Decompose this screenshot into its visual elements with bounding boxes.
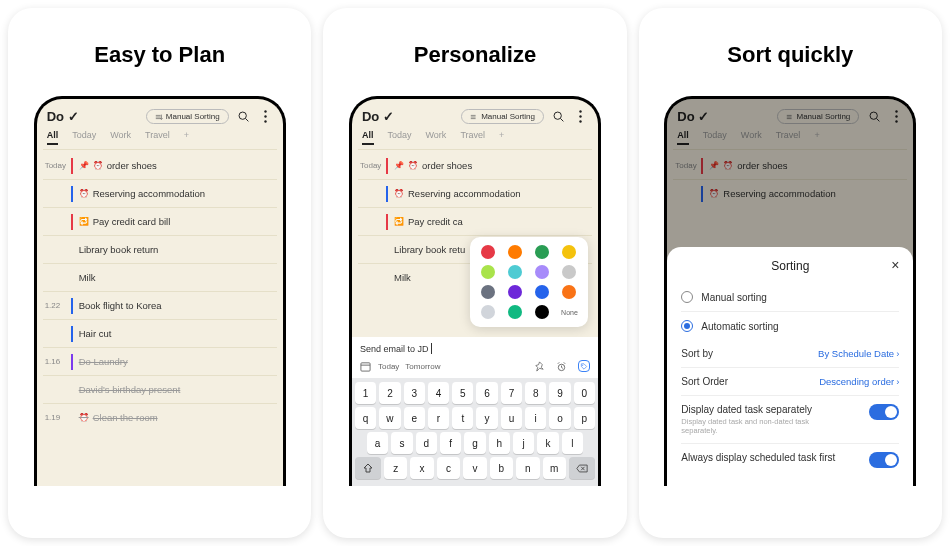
key-0[interactable]: 0 <box>574 382 595 404</box>
key-x[interactable]: x <box>410 457 433 479</box>
switch-on-icon[interactable] <box>869 404 899 420</box>
radio-automatic-sorting[interactable]: Automatic sorting <box>681 311 899 340</box>
toggle-dated-separately[interactable]: Display dated task separately Display da… <box>681 395 899 443</box>
key-7[interactable]: 7 <box>501 382 522 404</box>
color-swatch[interactable] <box>535 245 549 259</box>
switch-on-icon[interactable] <box>869 452 899 468</box>
key-n[interactable]: n <box>516 457 539 479</box>
color-swatch[interactable] <box>481 285 495 299</box>
key-h[interactable]: h <box>489 432 510 454</box>
pin-icon[interactable] <box>534 360 546 372</box>
key-l[interactable]: l <box>562 432 583 454</box>
task-row[interactable]: 1.19 ⏰Clean the room <box>43 406 277 429</box>
tab-today[interactable]: Today <box>388 130 412 145</box>
key-8[interactable]: 8 <box>525 382 546 404</box>
key-a[interactable]: a <box>367 432 388 454</box>
color-swatch[interactable] <box>508 305 522 319</box>
task-row[interactable]: David's birthday present <box>43 378 277 401</box>
radio-manual-sorting[interactable]: Manual sorting <box>681 283 899 311</box>
task-row[interactable]: 🔁Pay credit ca <box>358 210 592 233</box>
soft-keyboard[interactable]: 1234567890 qwertyuiop asdfghjkl zxcvbnm <box>352 378 598 486</box>
key-2[interactable]: 2 <box>379 382 400 404</box>
add-tab-button[interactable]: + <box>184 130 189 145</box>
close-icon[interactable]: × <box>891 257 899 273</box>
chip-tomorrow[interactable]: Tomorrow <box>405 362 440 371</box>
key-p[interactable]: p <box>574 407 595 429</box>
key-k[interactable]: k <box>537 432 558 454</box>
more-icon[interactable] <box>574 110 588 124</box>
key-s[interactable]: s <box>391 432 412 454</box>
color-swatch[interactable] <box>535 305 549 319</box>
key-z[interactable]: z <box>384 457 407 479</box>
key-4[interactable]: 4 <box>428 382 449 404</box>
color-swatch[interactable] <box>562 265 576 279</box>
chip-today[interactable]: Today <box>378 362 399 371</box>
key-j[interactable]: j <box>513 432 534 454</box>
key-q[interactable]: q <box>355 407 376 429</box>
key-g[interactable]: g <box>464 432 485 454</box>
tag-icon[interactable] <box>578 360 590 372</box>
color-none[interactable]: None <box>561 309 578 316</box>
key-r[interactable]: r <box>428 407 449 429</box>
tab-work[interactable]: Work <box>110 130 131 145</box>
key-o[interactable]: o <box>549 407 570 429</box>
task-input[interactable]: Send email to JD <box>352 337 598 356</box>
option-sort-by[interactable]: Sort by By Schedule Date› <box>681 340 899 367</box>
toggle-scheduled-first[interactable]: Always display scheduled task first <box>681 443 899 476</box>
color-swatch[interactable] <box>562 245 576 259</box>
shift-key[interactable] <box>355 457 381 479</box>
task-row[interactable]: Today📌⏰order shoes <box>358 154 592 177</box>
color-swatch[interactable] <box>481 305 495 319</box>
key-d[interactable]: d <box>416 432 437 454</box>
alarm-icon[interactable] <box>556 360 568 372</box>
key-m[interactable]: m <box>543 457 566 479</box>
key-b[interactable]: b <box>490 457 513 479</box>
search-icon[interactable] <box>237 110 251 124</box>
color-swatch[interactable] <box>562 285 576 299</box>
task-row[interactable]: 1.16 Do Laundry <box>43 350 277 373</box>
calendar-icon[interactable] <box>360 360 372 372</box>
key-c[interactable]: c <box>437 457 460 479</box>
key-1[interactable]: 1 <box>355 382 376 404</box>
task-row[interactable]: Hair cut <box>43 322 277 345</box>
color-swatch[interactable] <box>508 245 522 259</box>
task-row[interactable]: ⏰Reserving accommodation <box>43 182 277 205</box>
task-row[interactable]: 1.22 Book flight to Korea <box>43 294 277 317</box>
more-icon[interactable] <box>259 110 273 124</box>
color-swatch[interactable] <box>535 265 549 279</box>
task-row[interactable]: Milk <box>43 266 277 289</box>
task-row[interactable]: 🔁Pay credit card bill <box>43 210 277 233</box>
key-9[interactable]: 9 <box>549 382 570 404</box>
color-swatch[interactable] <box>508 265 522 279</box>
key-6[interactable]: 6 <box>476 382 497 404</box>
key-5[interactable]: 5 <box>452 382 473 404</box>
key-i[interactable]: i <box>525 407 546 429</box>
key-3[interactable]: 3 <box>404 382 425 404</box>
task-row[interactable]: ⏰Reserving accommodation <box>358 182 592 205</box>
search-icon[interactable] <box>552 110 566 124</box>
key-v[interactable]: v <box>463 457 486 479</box>
add-tab-button[interactable]: + <box>499 130 504 145</box>
task-row[interactable]: Library book return <box>43 238 277 261</box>
key-t[interactable]: t <box>452 407 473 429</box>
key-u[interactable]: u <box>501 407 522 429</box>
task-row[interactable]: Today 📌⏰order shoes <box>43 154 277 177</box>
color-swatch[interactable] <box>481 245 495 259</box>
key-f[interactable]: f <box>440 432 461 454</box>
backspace-key[interactable] <box>569 457 595 479</box>
tab-travel[interactable]: Travel <box>460 130 485 145</box>
color-swatch[interactable] <box>508 285 522 299</box>
sort-chip[interactable]: Manual Sorting <box>461 109 544 124</box>
tab-today[interactable]: Today <box>72 130 96 145</box>
tab-work[interactable]: Work <box>426 130 447 145</box>
key-e[interactable]: e <box>404 407 425 429</box>
key-w[interactable]: w <box>379 407 400 429</box>
color-swatch[interactable] <box>535 285 549 299</box>
color-swatch[interactable] <box>481 265 495 279</box>
key-y[interactable]: y <box>476 407 497 429</box>
tab-all[interactable]: All <box>362 130 374 145</box>
sort-chip[interactable]: Manual Sorting <box>146 109 229 124</box>
tab-travel[interactable]: Travel <box>145 130 170 145</box>
option-sort-order[interactable]: Sort Order Descending order› <box>681 367 899 395</box>
tab-all[interactable]: All <box>47 130 59 145</box>
